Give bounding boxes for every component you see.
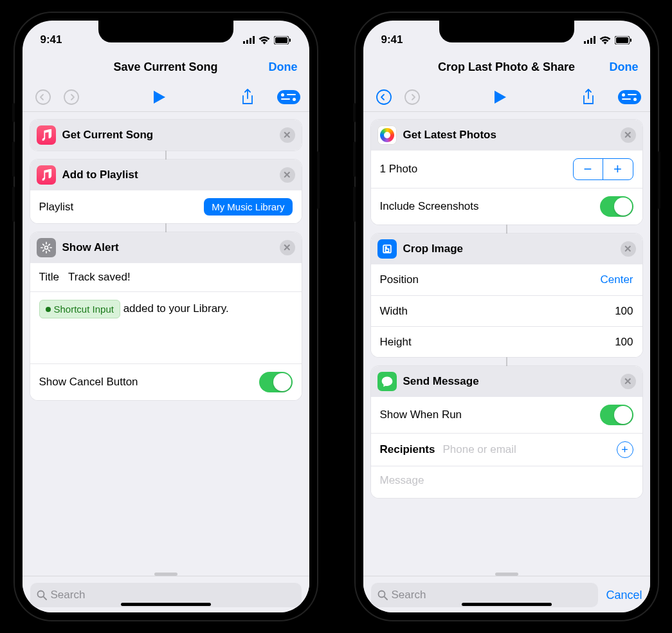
actions-content[interactable]: Get Latest Photos ✕ 1 Photo − + Include …: [363, 112, 650, 569]
alert-title-value[interactable]: Track saved!: [68, 271, 131, 284]
action-title: Get Current Song: [62, 129, 273, 142]
status-time: 9:41: [41, 33, 62, 46]
close-icon[interactable]: ✕: [621, 241, 636, 257]
svg-point-24: [378, 591, 385, 598]
share-button[interactable]: [577, 86, 600, 109]
action-crop-image[interactable]: Crop Image ✕ Position Center Width 100: [371, 234, 642, 357]
redo-button: [60, 86, 83, 109]
recipients-placeholder[interactable]: Phone or email: [442, 443, 516, 456]
photos-icon: [377, 125, 397, 145]
alert-body-input[interactable]: Shortcut Input added to your Library.: [30, 291, 302, 363]
show-cancel-toggle[interactable]: [259, 372, 293, 392]
undo-button: [32, 86, 55, 109]
action-get-current-song[interactable]: Get Current Song ✕: [30, 120, 302, 151]
notch: [439, 21, 574, 42]
search-placeholder: Search: [51, 589, 86, 601]
music-icon: [37, 125, 56, 145]
home-indicator[interactable]: [121, 603, 211, 606]
action-send-message[interactable]: Send Message ✕ Show When Run Recipients …: [371, 366, 642, 498]
width-value[interactable]: 100: [615, 305, 633, 318]
svg-rect-22: [385, 249, 388, 252]
home-indicator[interactable]: [462, 603, 552, 606]
svg-point-9: [44, 246, 48, 250]
svg-line-25: [385, 597, 387, 600]
svg-rect-13: [587, 40, 589, 44]
play-button[interactable]: [148, 86, 171, 109]
show-when-run-label: Show When Run: [380, 408, 462, 421]
cancel-button[interactable]: Cancel: [606, 589, 642, 602]
action-title: Send Message: [403, 375, 614, 388]
show-cancel-label: Show Cancel Button: [39, 376, 138, 389]
message-icon: [377, 372, 397, 391]
power-button[interactable]: [317, 151, 320, 209]
close-icon[interactable]: ✕: [621, 127, 636, 143]
search-icon: [377, 590, 388, 600]
photo-count-label: 1 Photo: [380, 163, 418, 176]
svg-rect-18: [630, 39, 631, 42]
done-button[interactable]: Done: [610, 60, 639, 74]
settings-button[interactable]: [618, 90, 641, 104]
show-when-run-toggle[interactable]: [600, 405, 633, 425]
volume-up[interactable]: [12, 142, 15, 177]
include-screenshots-toggle[interactable]: [600, 196, 633, 217]
playlist-label: Playlist: [39, 201, 74, 214]
close-icon[interactable]: ✕: [280, 167, 295, 183]
svg-rect-6: [289, 39, 291, 42]
action-title: Add to Playlist: [62, 169, 273, 181]
search-icon: [37, 590, 47, 600]
action-title: Crop Image: [403, 243, 614, 255]
share-button[interactable]: [236, 86, 259, 109]
toolbar: [363, 82, 650, 112]
playlist-value[interactable]: My Music Library: [204, 198, 292, 216]
connector: [165, 151, 167, 160]
svg-point-23: [385, 247, 386, 248]
actions-content[interactable]: Get Current Song ✕ Add to Playlist ✕ Pla…: [23, 112, 309, 569]
done-button[interactable]: Done: [269, 60, 298, 74]
volume-down[interactable]: [12, 187, 15, 222]
connector: [165, 223, 167, 232]
toolbar: [23, 82, 309, 112]
phone-left: 9:41 Save Current Song Done: [15, 13, 317, 620]
notch: [98, 21, 233, 42]
close-icon[interactable]: ✕: [280, 240, 295, 255]
close-icon[interactable]: ✕: [280, 127, 295, 143]
action-get-latest-photos[interactable]: Get Latest Photos ✕ 1 Photo − + Include …: [371, 120, 642, 225]
battery-icon: [615, 36, 632, 44]
play-button[interactable]: [489, 86, 512, 109]
height-value[interactable]: 100: [615, 336, 633, 349]
action-show-alert[interactable]: Show Alert ✕ Title Track saved! Shortcut…: [30, 232, 302, 400]
svg-point-7: [36, 90, 50, 104]
connector: [506, 357, 507, 366]
nav-bar: Crop Last Photo & Share Done: [363, 51, 650, 82]
message-placeholder[interactable]: Message: [380, 474, 424, 487]
search-placeholder: Search: [392, 589, 426, 601]
screen: 9:41 Save Current Song Done: [23, 21, 309, 612]
power-button[interactable]: [658, 151, 660, 209]
volume-up[interactable]: [353, 142, 356, 177]
undo-button[interactable]: [372, 86, 395, 109]
position-label: Position: [380, 273, 419, 286]
close-icon[interactable]: ✕: [621, 374, 636, 389]
position-value[interactable]: Center: [600, 273, 633, 286]
svg-rect-12: [584, 41, 586, 44]
wifi-icon: [599, 36, 611, 44]
stepper-plus[interactable]: +: [603, 159, 633, 179]
add-recipient-button[interactable]: +: [617, 441, 633, 458]
width-label: Width: [380, 305, 408, 318]
gear-icon: [37, 238, 56, 257]
action-add-to-playlist[interactable]: Add to Playlist ✕ Playlist My Music Libr…: [30, 160, 302, 223]
settings-button[interactable]: [277, 90, 300, 104]
variable-icon: [46, 307, 51, 312]
volume-down[interactable]: [353, 187, 356, 222]
stepper-minus[interactable]: −: [574, 159, 603, 179]
svg-rect-5: [275, 37, 287, 43]
photo-count-stepper[interactable]: − +: [573, 158, 633, 180]
mute-switch[interactable]: [12, 103, 15, 122]
svg-rect-15: [594, 36, 595, 44]
mute-switch[interactable]: [353, 103, 356, 122]
magic-variable-token[interactable]: Shortcut Input: [39, 300, 120, 318]
svg-point-19: [377, 90, 391, 104]
svg-rect-1: [246, 40, 248, 44]
include-screenshots-label: Include Screenshots: [380, 200, 479, 213]
svg-point-8: [64, 90, 78, 104]
